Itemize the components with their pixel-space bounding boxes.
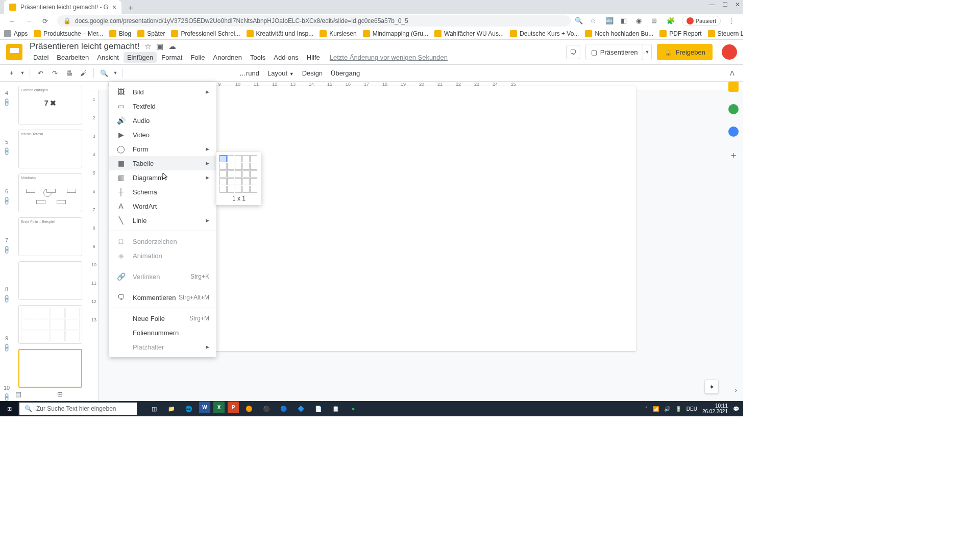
comments-button[interactable]: 🗨 <box>566 45 580 59</box>
table-grid-cell[interactable] <box>227 170 234 178</box>
menu-datei[interactable]: Datei <box>30 52 52 63</box>
zoom-dropdown[interactable]: ▼ <box>112 67 118 79</box>
present-button[interactable]: ▢ Präsentieren <box>585 44 644 60</box>
table-grid-cell[interactable] <box>235 170 242 178</box>
task-view-icon[interactable]: ◫ <box>147 402 161 416</box>
ext-icon[interactable]: ⊞ <box>651 17 659 25</box>
excel-icon[interactable]: X <box>213 402 225 413</box>
battery-icon[interactable]: 🔋 <box>675 406 681 412</box>
app-icon[interactable]: 🟠 <box>242 402 256 416</box>
contacts-icon[interactable] <box>728 127 739 137</box>
start-button[interactable]: ⊞ <box>0 401 18 416</box>
grid-view-icon[interactable]: ⊞ <box>57 390 63 398</box>
slide-thumbnail[interactable] <box>18 349 82 388</box>
last-edit-link[interactable]: Letzte Änderung vor wenigen Sekunden <box>330 54 448 61</box>
menu-item-audio[interactable]: 🔊Audio <box>109 113 216 128</box>
ext-icon[interactable]: ◉ <box>636 17 644 25</box>
cloud-saved-icon[interactable]: ☁ <box>168 42 176 51</box>
close-button[interactable]: ✕ <box>735 1 740 8</box>
ext-icon[interactable]: ◧ <box>621 17 629 25</box>
powerpoint-icon[interactable]: P <box>228 402 239 413</box>
menu-item-schema[interactable]: ┼Schema <box>109 185 216 199</box>
filmstrip-view-icon[interactable]: ▤ <box>15 390 21 398</box>
edge-icon[interactable]: 🌐 <box>182 402 196 416</box>
star-icon[interactable]: ☆ <box>590 17 598 25</box>
menu-item-linie[interactable]: ╲Linie▶ <box>109 213 216 228</box>
menu-item-foliennummern[interactable]: Foliennummern <box>109 325 216 340</box>
reload-button[interactable]: ⟳ <box>39 15 51 27</box>
app-icon[interactable]: 📋 <box>329 402 343 416</box>
translate-icon[interactable]: 🔤 <box>605 17 614 25</box>
new-slide-dropdown[interactable]: ▼ <box>19 67 26 79</box>
table-grid-cell[interactable] <box>242 178 250 185</box>
table-grid-cell[interactable] <box>219 178 227 185</box>
bookmark-item[interactable]: Blog <box>109 30 131 37</box>
bookmark-item[interactable]: Noch hochladen Bu... <box>585 30 653 37</box>
url-bar[interactable]: 🔒 docs.google.com/presentation/d/1yV372S… <box>57 15 571 27</box>
collapse-toolbar-button[interactable]: ᐱ <box>726 67 738 79</box>
slide-thumbnail[interactable] <box>18 261 82 300</box>
slide-canvas[interactable] <box>172 86 636 351</box>
app-icon[interactable]: 🔷 <box>294 402 308 416</box>
table-grid-cell[interactable] <box>227 163 234 170</box>
table-grid-cell[interactable] <box>235 186 242 193</box>
maximize-button[interactable]: ☐ <box>722 1 728 8</box>
slide-thumbnail[interactable]: Erste Folie – Beispiel <box>18 217 82 256</box>
menu-item-diagramm[interactable]: ▥Diagramm▶ <box>109 170 216 185</box>
menu-item-bild[interactable]: 🖼Bild▶ <box>109 85 216 99</box>
slides-logo-icon[interactable] <box>6 44 22 60</box>
explore-button[interactable]: ✦ <box>704 380 719 394</box>
wifi-icon[interactable]: 📶 <box>653 406 659 412</box>
menu-item-neue folie[interactable]: Neue FolieStrg+M <box>109 311 216 325</box>
transition-button[interactable]: Übergang <box>328 68 363 79</box>
bookmark-item[interactable]: Produktsuche – Mer... <box>34 30 103 37</box>
new-tab-button[interactable]: + <box>125 2 137 14</box>
table-grid-cell[interactable] <box>219 170 227 178</box>
zoom-icon[interactable]: 🔍 <box>575 17 583 25</box>
bookmark-item[interactable]: PDF Report <box>659 30 701 37</box>
menu-ansicht[interactable]: Ansicht <box>93 52 122 63</box>
menu-bearbeiten[interactable]: Bearbeiten <box>53 52 92 63</box>
clock[interactable]: 10:11 26.02.2021 <box>702 403 728 414</box>
menu-item-video[interactable]: ▶Video <box>109 128 216 142</box>
keep-icon[interactable] <box>728 82 739 92</box>
spotify-icon[interactable]: ● <box>346 402 360 416</box>
table-grid-cell[interactable] <box>227 186 234 193</box>
tray-chevron-icon[interactable]: ˄ <box>645 406 648 412</box>
table-grid-cell[interactable] <box>227 155 234 162</box>
tab-close-icon[interactable]: × <box>112 3 116 11</box>
language-indicator[interactable]: DEU <box>687 406 697 412</box>
toolbar-hidden[interactable]: …rund <box>236 68 262 79</box>
bookmark-item[interactable]: Kreativität und Insp... <box>247 30 314 37</box>
layout-button[interactable]: Layout ▼ <box>264 68 297 79</box>
menu-einfügen[interactable]: Einfügen <box>124 52 157 63</box>
menu-item-textfeld[interactable]: ▭Textfeld <box>109 99 216 113</box>
bookmark-item[interactable]: Später <box>137 30 165 37</box>
browser-tab[interactable]: Präsentieren leicht gemacht! - G × <box>4 0 121 14</box>
table-grid-cell[interactable] <box>242 163 250 170</box>
table-grid-cell[interactable] <box>242 186 250 193</box>
slide-thumbnail[interactable]: Formen einfügen7 ✖ <box>18 86 82 124</box>
star-outline-icon[interactable]: ☆ <box>144 42 151 51</box>
forward-button[interactable]: → <box>22 15 35 27</box>
extensions-icon[interactable]: 🧩 <box>667 17 675 25</box>
back-button[interactable]: ← <box>6 15 18 27</box>
volume-icon[interactable]: 🔊 <box>664 406 670 412</box>
add-addon-icon[interactable]: ＋ <box>728 149 739 159</box>
bookmark-item[interactable]: Apps <box>4 30 28 37</box>
bookmark-item[interactable]: Wahlfächer WU Aus... <box>434 30 504 37</box>
windows-search[interactable]: 🔍 Zur Suche Text hier eingeben <box>19 403 137 415</box>
menu-item-tabelle[interactable]: ▦Tabelle▶ <box>109 156 216 170</box>
menu-item-wordart[interactable]: AWordArt <box>109 199 216 213</box>
profile-pausiert[interactable]: Pausiert <box>682 16 721 26</box>
menu-item-form[interactable]: ◯Form▶ <box>109 142 216 156</box>
slide-thumbnail[interactable]: Mindmap <box>18 173 82 212</box>
app-icon[interactable]: ⚫ <box>259 402 274 416</box>
share-button[interactable]: 🔒 Freigeben <box>657 44 713 60</box>
bookmark-item[interactable]: Professionell Schrei... <box>171 30 240 37</box>
table-grid-cell[interactable] <box>242 155 250 162</box>
table-grid-cell[interactable] <box>219 155 227 162</box>
menu-tools[interactable]: Tools <box>247 52 269 63</box>
explorer-icon[interactable]: 📁 <box>164 402 179 416</box>
word-icon[interactable]: W <box>199 402 210 413</box>
